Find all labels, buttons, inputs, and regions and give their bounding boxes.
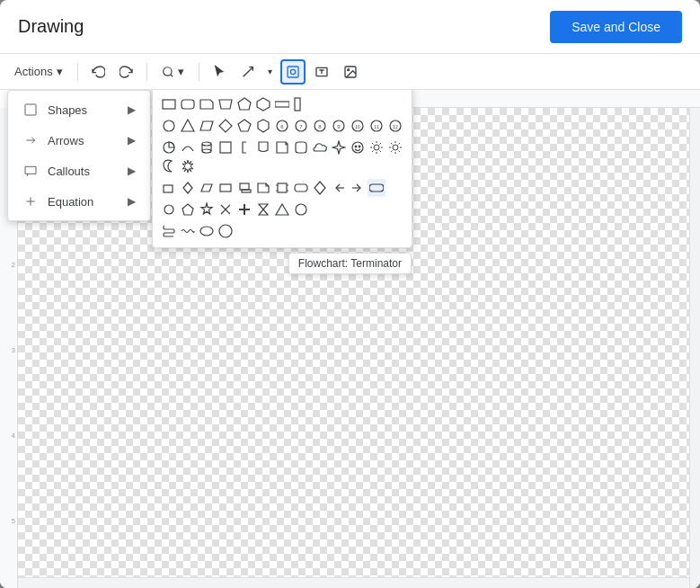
shape-oval2[interactable]	[198, 222, 216, 240]
menu-item-arrows[interactable]: Arrows ▶	[8, 125, 150, 156]
shape-arrow-r[interactable]	[349, 179, 367, 197]
shape-circle-11[interactable]: 11	[368, 117, 385, 135]
shape-arc[interactable]	[179, 138, 197, 156]
menu-item-equation[interactable]: Equation ▶	[8, 186, 150, 217]
shape-circle-7[interactable]: 7	[292, 117, 310, 135]
shape-rect4[interactable]	[235, 179, 253, 197]
select-tool-button[interactable]	[207, 59, 232, 85]
shape-triangle[interactable]	[179, 117, 197, 135]
horizontal-scrollbar[interactable]	[18, 577, 689, 588]
shape-parallelogram[interactable]	[198, 117, 216, 135]
svg-marker-20	[258, 120, 269, 132]
menu-item-callouts[interactable]: Callouts ▶	[8, 156, 150, 186]
shape-face[interactable]	[349, 138, 367, 156]
shape-x[interactable]	[217, 200, 235, 218]
svg-marker-9	[200, 100, 213, 109]
shape-diamond3[interactable]	[311, 179, 329, 197]
canvas-area[interactable]: 1 2 3 1 2 3 4 5 Shapes ▶	[0, 90, 700, 588]
shape-arrow-l[interactable]	[330, 179, 348, 197]
shape-sun[interactable]	[386, 138, 404, 156]
shape-circle[interactable]	[160, 117, 178, 135]
svg-point-46	[359, 146, 360, 147]
shape-circle-9[interactable]: 9	[330, 117, 348, 135]
shape-rect6[interactable]	[273, 179, 291, 197]
shape-square4[interactable]	[160, 179, 178, 197]
shape-rect-rounded[interactable]	[179, 95, 197, 113]
shape-square2[interactable]	[217, 138, 235, 156]
shape-cylinder[interactable]	[198, 138, 216, 156]
shape-diamond2[interactable]	[179, 179, 197, 197]
shape-trapezoid[interactable]	[217, 95, 235, 113]
image-tool-button[interactable]	[338, 59, 363, 85]
shape-doc[interactable]	[254, 138, 272, 156]
shape-rect[interactable]	[160, 95, 178, 113]
shape-rect3[interactable]	[217, 179, 235, 197]
svg-marker-11	[238, 98, 251, 110]
shape-pentagon2[interactable]	[179, 200, 197, 218]
menu-item-shapes[interactable]: Shapes ▶	[8, 94, 150, 125]
shape-pentagon[interactable]	[235, 95, 253, 113]
shape-triangle2[interactable]	[273, 200, 291, 218]
shape-circle-8[interactable]: 8	[311, 117, 329, 135]
shape-circle-6[interactable]: 6	[273, 117, 291, 135]
undo-button[interactable]	[85, 59, 111, 85]
shape-diamond[interactable]	[217, 117, 235, 135]
shape-note[interactable]	[273, 138, 291, 156]
actions-menu-button[interactable]: Actions ▾	[7, 61, 70, 82]
shape-gear[interactable]	[368, 138, 385, 156]
shape-pie[interactable]	[160, 138, 178, 156]
shape-hex6[interactable]	[254, 117, 272, 135]
svg-rect-42	[296, 142, 306, 153]
dialog-header: Drawing Save and Close	[0, 0, 700, 54]
save-close-button[interactable]: Save and Close	[550, 11, 682, 43]
shape-circle-12[interactable]: 12	[386, 117, 404, 135]
shape-circle3[interactable]	[292, 200, 310, 218]
shape-circle4[interactable]	[217, 222, 235, 240]
svg-rect-40	[220, 142, 231, 153]
shape-wave[interactable]	[179, 222, 197, 240]
shapes-icon	[22, 102, 39, 118]
shape-hourglass[interactable]	[254, 200, 272, 218]
shape-parallelogram2[interactable]	[198, 179, 216, 197]
shape-narrow-rect[interactable]	[292, 95, 310, 113]
dialog-title: Drawing	[18, 16, 84, 37]
svg-point-47	[374, 145, 379, 150]
line-tool-button[interactable]	[235, 59, 261, 85]
shape-rect5[interactable]	[254, 179, 272, 197]
shape-star5[interactable]	[198, 200, 216, 218]
shape-rect-snip[interactable]	[198, 95, 216, 113]
arrows-icon	[22, 132, 39, 148]
shape-oval-rect[interactable]	[292, 179, 310, 197]
svg-marker-80	[259, 204, 268, 215]
shapes-row-2: 6 7 8 9 10 11	[160, 117, 404, 135]
textbox-tool-button[interactable]	[309, 59, 334, 85]
vertical-scrollbar[interactable]	[689, 108, 700, 588]
shape-cloud[interactable]	[311, 138, 329, 156]
shape-hexagon[interactable]	[254, 95, 272, 113]
shape-terminal[interactable]	[368, 179, 385, 197]
ruler-mark-v2: 2	[12, 261, 15, 269]
shape-moon[interactable]	[160, 157, 178, 175]
shape-bracket[interactable]	[235, 138, 253, 156]
shape-burst[interactable]	[179, 157, 197, 175]
svg-marker-16	[182, 120, 194, 131]
line-tool-dropdown[interactable]: ▾	[264, 59, 277, 85]
svg-marker-75	[201, 203, 212, 214]
shapes-row-4	[160, 179, 404, 197]
shape-circle-10[interactable]: 10	[349, 117, 367, 135]
shape-wide-rect[interactable]	[273, 95, 291, 113]
redo-button[interactable]	[114, 59, 139, 85]
svg-rect-65	[278, 183, 287, 192]
svg-rect-7	[163, 100, 175, 109]
shape-pentagon5[interactable]	[235, 117, 253, 135]
shape-cross2[interactable]	[235, 200, 253, 218]
shape-circle2[interactable]	[160, 200, 178, 218]
shape-scroll[interactable]	[160, 222, 178, 240]
shape-star4[interactable]	[330, 138, 348, 156]
svg-marker-59	[183, 183, 192, 193]
svg-rect-58	[164, 185, 173, 192]
svg-rect-63	[242, 190, 251, 192]
zoom-button[interactable]: ▾	[155, 61, 191, 82]
shape-tool-button[interactable]	[280, 59, 306, 85]
shape-square3[interactable]	[292, 138, 310, 156]
